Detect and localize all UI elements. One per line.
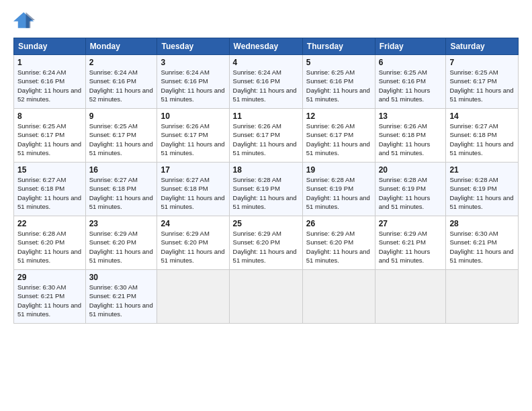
calendar-cell: 21Sunrise: 6:28 AMSunset: 6:19 PMDayligh…: [446, 163, 519, 216]
svg-marker-1: [26, 12, 35, 28]
calendar-cell: 8Sunrise: 6:25 AMSunset: 6:17 PMDaylight…: [14, 109, 86, 163]
day-number: 1: [17, 58, 82, 67]
day-number: 13: [379, 111, 443, 121]
calendar-cell: 19Sunrise: 6:28 AMSunset: 6:19 PMDayligh…: [302, 163, 375, 216]
day-info: Sunrise: 6:26 AMSunset: 6:17 PMDaylight:…: [306, 122, 371, 157]
day-number: 26: [306, 219, 371, 228]
day-info: Sunrise: 6:24 AMSunset: 6:16 PMDaylight:…: [89, 68, 154, 103]
day-info: Sunrise: 6:28 AMSunset: 6:19 PMDaylight:…: [449, 175, 515, 211]
day-info: Sunrise: 6:28 AMSunset: 6:19 PMDaylight:…: [306, 175, 371, 211]
calendar-cell: 28Sunrise: 6:30 AMSunset: 6:21 PMDayligh…: [446, 216, 519, 270]
calendar-cell: 22Sunrise: 6:28 AMSunset: 6:20 PMDayligh…: [14, 216, 86, 270]
day-number: 3: [161, 58, 225, 67]
day-info: Sunrise: 6:28 AMSunset: 6:19 PMDaylight:…: [379, 175, 443, 211]
day-info: Sunrise: 6:27 AMSunset: 6:18 PMDaylight:…: [161, 175, 225, 211]
header-thursday: Thursday: [302, 38, 375, 55]
day-number: 11: [233, 111, 299, 121]
day-number: 5: [306, 58, 371, 67]
day-info: Sunrise: 6:25 AMSunset: 6:16 PMDaylight:…: [379, 68, 443, 103]
calendar-cell: [229, 270, 302, 324]
day-number: 28: [449, 219, 515, 228]
calendar-cell: 25Sunrise: 6:29 AMSunset: 6:20 PMDayligh…: [229, 216, 302, 270]
day-number: 29: [17, 273, 82, 282]
calendar-cell: 3Sunrise: 6:24 AMSunset: 6:16 PMDaylight…: [157, 55, 229, 109]
calendar-cell: 18Sunrise: 6:28 AMSunset: 6:19 PMDayligh…: [229, 163, 302, 216]
day-info: Sunrise: 6:26 AMSunset: 6:18 PMDaylight:…: [379, 122, 443, 157]
header-wednesday: Wednesday: [229, 38, 302, 55]
day-number: 27: [379, 219, 443, 228]
day-info: Sunrise: 6:28 AMSunset: 6:19 PMDaylight:…: [233, 175, 299, 211]
day-info: Sunrise: 6:30 AMSunset: 6:21 PMDaylight:…: [449, 229, 515, 265]
calendar-cell: 10Sunrise: 6:26 AMSunset: 6:17 PMDayligh…: [157, 109, 229, 163]
calendar: SundayMondayTuesdayWednesdayThursdayFrid…: [13, 38, 519, 324]
calendar-cell: 20Sunrise: 6:28 AMSunset: 6:19 PMDayligh…: [375, 163, 446, 216]
day-number: 8: [17, 111, 82, 121]
calendar-week-3: 15Sunrise: 6:27 AMSunset: 6:18 PMDayligh…: [14, 163, 519, 216]
day-info: Sunrise: 6:24 AMSunset: 6:16 PMDaylight:…: [161, 68, 225, 103]
day-number: 9: [89, 111, 154, 121]
calendar-week-1: 1Sunrise: 6:24 AMSunset: 6:16 PMDaylight…: [14, 55, 519, 109]
calendar-cell: 24Sunrise: 6:29 AMSunset: 6:20 PMDayligh…: [157, 216, 229, 270]
day-number: 12: [306, 111, 371, 121]
day-number: 19: [306, 165, 371, 175]
day-number: 23: [89, 219, 154, 228]
day-number: 22: [17, 219, 82, 228]
calendar-week-5: 29Sunrise: 6:30 AMSunset: 6:21 PMDayligh…: [14, 270, 519, 324]
logo-icon: [13, 11, 35, 30]
header-saturday: Saturday: [446, 38, 519, 55]
calendar-cell: 12Sunrise: 6:26 AMSunset: 6:17 PMDayligh…: [302, 109, 375, 163]
day-info: Sunrise: 6:25 AMSunset: 6:17 PMDaylight:…: [89, 122, 154, 157]
header-tuesday: Tuesday: [157, 38, 229, 55]
calendar-cell: 29Sunrise: 6:30 AMSunset: 6:21 PMDayligh…: [14, 270, 86, 324]
day-info: Sunrise: 6:25 AMSunset: 6:16 PMDaylight:…: [306, 68, 371, 103]
calendar-week-4: 22Sunrise: 6:28 AMSunset: 6:20 PMDayligh…: [14, 216, 519, 270]
day-info: Sunrise: 6:24 AMSunset: 6:16 PMDaylight:…: [233, 68, 299, 103]
calendar-cell: [302, 270, 375, 324]
day-number: 6: [379, 58, 443, 67]
day-number: 21: [449, 165, 515, 175]
day-info: Sunrise: 6:27 AMSunset: 6:18 PMDaylight:…: [17, 175, 82, 211]
day-number: 17: [161, 165, 225, 175]
calendar-cell: 2Sunrise: 6:24 AMSunset: 6:16 PMDaylight…: [85, 55, 157, 109]
day-number: 24: [161, 219, 225, 228]
day-number: 7: [449, 58, 515, 67]
day-info: Sunrise: 6:30 AMSunset: 6:21 PMDaylight:…: [17, 283, 82, 318]
day-info: Sunrise: 6:29 AMSunset: 6:21 PMDaylight:…: [379, 229, 443, 265]
calendar-cell: 7Sunrise: 6:25 AMSunset: 6:17 PMDaylight…: [446, 55, 519, 109]
header-sunday: Sunday: [14, 38, 86, 55]
day-number: 20: [379, 165, 443, 175]
calendar-cell: 30Sunrise: 6:30 AMSunset: 6:21 PMDayligh…: [85, 270, 157, 324]
day-info: Sunrise: 6:29 AMSunset: 6:20 PMDaylight:…: [306, 229, 371, 265]
calendar-cell: 27Sunrise: 6:29 AMSunset: 6:21 PMDayligh…: [375, 216, 446, 270]
day-info: Sunrise: 6:26 AMSunset: 6:17 PMDaylight:…: [161, 122, 225, 157]
header-monday: Monday: [85, 38, 157, 55]
calendar-cell: 5Sunrise: 6:25 AMSunset: 6:16 PMDaylight…: [302, 55, 375, 109]
day-number: 18: [233, 165, 299, 175]
calendar-cell: 23Sunrise: 6:29 AMSunset: 6:20 PMDayligh…: [85, 216, 157, 270]
day-info: Sunrise: 6:24 AMSunset: 6:16 PMDaylight:…: [17, 68, 82, 103]
calendar-cell: 14Sunrise: 6:27 AMSunset: 6:18 PMDayligh…: [446, 109, 519, 163]
day-number: 4: [233, 58, 299, 67]
day-info: Sunrise: 6:30 AMSunset: 6:21 PMDaylight:…: [89, 283, 154, 318]
calendar-cell: [157, 270, 229, 324]
day-info: Sunrise: 6:29 AMSunset: 6:20 PMDaylight:…: [161, 229, 225, 265]
calendar-cell: [446, 270, 519, 324]
day-number: 14: [449, 111, 515, 121]
calendar-cell: 13Sunrise: 6:26 AMSunset: 6:18 PMDayligh…: [375, 109, 446, 163]
day-info: Sunrise: 6:27 AMSunset: 6:18 PMDaylight:…: [89, 175, 154, 211]
day-info: Sunrise: 6:25 AMSunset: 6:17 PMDaylight:…: [17, 122, 82, 157]
day-number: 30: [89, 273, 154, 282]
calendar-week-2: 8Sunrise: 6:25 AMSunset: 6:17 PMDaylight…: [14, 109, 519, 163]
calendar-cell: 9Sunrise: 6:25 AMSunset: 6:17 PMDaylight…: [85, 109, 157, 163]
calendar-cell: 6Sunrise: 6:25 AMSunset: 6:16 PMDaylight…: [375, 55, 446, 109]
day-info: Sunrise: 6:26 AMSunset: 6:17 PMDaylight:…: [233, 122, 299, 157]
day-info: Sunrise: 6:29 AMSunset: 6:20 PMDaylight:…: [89, 229, 154, 265]
day-number: 10: [161, 111, 225, 121]
day-number: 25: [233, 219, 299, 228]
calendar-cell: 17Sunrise: 6:27 AMSunset: 6:18 PMDayligh…: [157, 163, 229, 216]
day-info: Sunrise: 6:28 AMSunset: 6:20 PMDaylight:…: [17, 229, 82, 265]
header-friday: Friday: [375, 38, 446, 55]
logo: [13, 12, 36, 31]
calendar-cell: 1Sunrise: 6:24 AMSunset: 6:16 PMDaylight…: [14, 55, 86, 109]
day-number: 2: [89, 58, 154, 67]
